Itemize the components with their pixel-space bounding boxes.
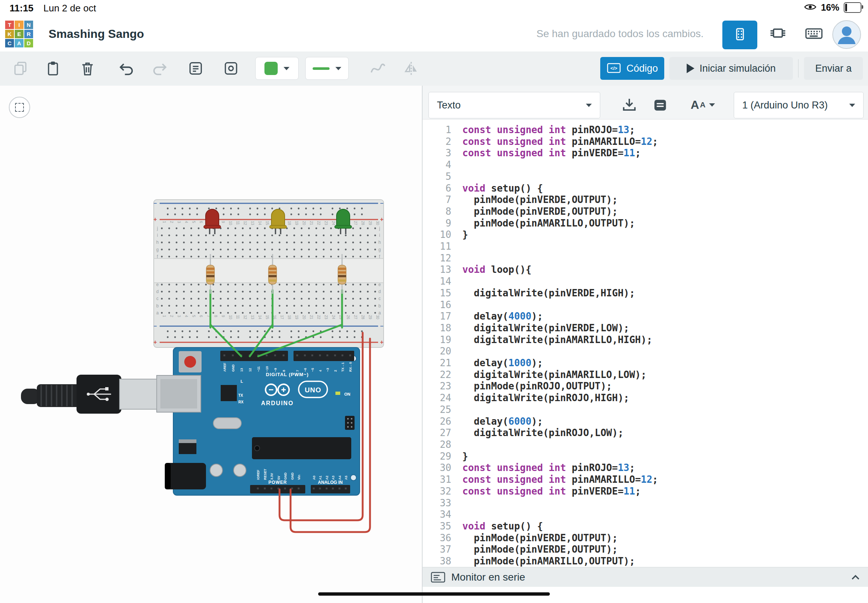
code-line[interactable]: 35void setup() {: [422, 521, 868, 532]
keyboard-button[interactable]: [801, 21, 827, 46]
avatar[interactable]: [832, 20, 861, 49]
component-color-dropdown[interactable]: [255, 57, 299, 80]
start-simulation-button[interactable]: Iniciar simulación: [669, 57, 793, 80]
code-line[interactable]: 14: [422, 276, 868, 288]
svg-text:17: 17: [280, 315, 284, 320]
code-line[interactable]: 4: [422, 159, 868, 171]
code-button[interactable]: </> Código: [600, 57, 664, 80]
notes-button[interactable]: [184, 57, 207, 80]
code-line[interactable]: 1const unsigned int pinROJO=13;: [422, 124, 868, 136]
svg-text:~5: ~5: [311, 368, 314, 372]
svg-text:IOREF: IOREF: [256, 470, 260, 480]
svg-text:13: 13: [251, 221, 255, 226]
circuit-workspace[interactable]: 1122334455667788991010111112121313141415…: [0, 86, 422, 603]
code-line[interactable]: 13void loop(){: [422, 264, 868, 276]
components-button[interactable]: [765, 21, 791, 46]
code-line[interactable]: 10}: [422, 229, 868, 241]
code-line[interactable]: 9 pinMode(pinAMARILLO,OUTPUT);: [422, 218, 868, 229]
svg-text:6: 6: [199, 221, 203, 223]
wire-style-dropdown[interactable]: [305, 57, 349, 80]
chevron-down-icon: [586, 104, 592, 107]
zoom-to-fit-button[interactable]: [9, 97, 30, 118]
code-line[interactable]: 37 pinMode(pinVERDE,OUTPUT);: [422, 544, 868, 555]
code-line[interactable]: 26 delay(6000);: [422, 416, 868, 428]
digital-header-right: [294, 351, 354, 361]
send-to-button[interactable]: Enviar a: [804, 57, 863, 80]
code-line[interactable]: 27 digitalWrite(pinROJO,LOW);: [422, 427, 868, 439]
home-indicator[interactable]: [318, 592, 550, 596]
usb-cable[interactable]: [21, 375, 157, 414]
svg-text:~9: ~9: [274, 368, 277, 372]
circuit-view-button[interactable]: [723, 20, 757, 49]
tinkercad-logo[interactable]: TINKERCAD: [5, 20, 33, 48]
code-line[interactable]: 17 delay(4000);: [422, 311, 868, 322]
svg-text:~11: ~11: [257, 366, 260, 372]
serial-monitor-bar[interactable]: Monitor en serie: [422, 567, 868, 587]
code-line[interactable]: 31const unsigned int pinAMARILLO=12;: [422, 474, 868, 486]
code-line[interactable]: 22 digitalWrite(pinAMARILLO,LOW);: [422, 369, 868, 381]
code-line[interactable]: 28: [422, 439, 868, 451]
code-line[interactable]: 16: [422, 299, 868, 311]
redo-button[interactable]: [148, 57, 172, 80]
svg-text:8: 8: [282, 370, 286, 372]
code-line[interactable]: 25: [422, 404, 868, 416]
code-line[interactable]: 38 pinMode(pinAMARILLO,OUTPUT);: [422, 555, 868, 567]
code-line[interactable]: 20: [422, 346, 868, 357]
flip-button[interactable]: [399, 57, 423, 80]
code-line[interactable]: 24 digitalWrite(pinROJO,HIGH);: [422, 392, 868, 404]
code-line[interactable]: 5: [422, 171, 868, 183]
atmega-chip: [252, 437, 351, 459]
svg-text:19: 19: [295, 221, 299, 226]
code-line[interactable]: 7 pinMode(pinVERDE,OUTPUT);: [422, 194, 868, 206]
code-line[interactable]: 36 pinMode(pinVERDE,OUTPUT);: [422, 532, 868, 544]
undo-button[interactable]: [115, 57, 138, 80]
board-select[interactable]: 1 (Arduino Uno R3): [734, 92, 863, 118]
breadboard-icon: [732, 26, 748, 44]
wire-shape-button[interactable]: [366, 57, 390, 80]
svg-text:4: 4: [184, 221, 188, 223]
download-icon: [620, 96, 638, 114]
paste-button[interactable]: [41, 57, 65, 80]
reset-button[interactable]: [184, 356, 196, 368]
download-code-button[interactable]: [618, 94, 641, 116]
svg-text:g: g: [379, 247, 381, 252]
code-line[interactable]: 32const unsigned int pinVERDE=11;: [422, 486, 868, 498]
document-title[interactable]: Smashing Sango: [48, 27, 144, 41]
svg-text:AREF: AREF: [223, 363, 227, 372]
svg-text:24: 24: [331, 221, 336, 226]
labels-toggle-button[interactable]: [219, 57, 243, 80]
code-line[interactable]: 6void setup() {: [422, 183, 868, 195]
svg-text:23: 23: [324, 221, 328, 226]
code-line[interactable]: 8 pinMode(pinVERDE,OUTPUT);: [422, 206, 868, 218]
code-editor[interactable]: 1const unsigned int pinROJO=13;2const un…: [422, 119, 868, 567]
libraries-button[interactable]: [649, 94, 671, 116]
code-line[interactable]: 19 digitalWrite(pinAMARILLO,HIGH);: [422, 334, 868, 346]
code-line[interactable]: 29}: [422, 451, 868, 462]
code-line[interactable]: 2const unsigned int pinAMARILLO=12;: [422, 136, 868, 148]
delete-button[interactable]: [76, 57, 99, 80]
copy-button[interactable]: [9, 57, 32, 80]
svg-text:11: 11: [236, 315, 240, 319]
code-line[interactable]: 15 digitalWrite(pinVERDE,HIGH);: [422, 288, 868, 299]
arduino-uno[interactable]: DIGITAL (PWM~): [157, 348, 360, 495]
code-line[interactable]: 12: [422, 253, 868, 264]
circuit-drawing[interactable]: 1122334455667788991010111112121313141415…: [0, 86, 422, 603]
toolbar: </> Código Iniciar simulación Enviar a: [0, 51, 868, 86]
redo-icon: [151, 60, 169, 77]
code-line[interactable]: 30const unsigned int pinROJO=13;: [422, 462, 868, 474]
code-line[interactable]: 23 pinMode(pinROJO,OUTPUT);: [422, 380, 868, 392]
chevron-up-icon[interactable]: [851, 575, 860, 580]
brand-label: ARDUINO: [261, 400, 294, 406]
code-line[interactable]: 21 delay(1000);: [422, 357, 868, 369]
code-line[interactable]: 3const unsigned int pinVERDE=11;: [422, 147, 868, 159]
code-mode-select[interactable]: Texto: [429, 92, 600, 118]
code-line[interactable]: 18 digitalWrite(pinVERDE,LOW);: [422, 322, 868, 334]
svg-text:TX→1: TX→1: [341, 362, 345, 372]
svg-text:3: 3: [177, 221, 181, 223]
code-line[interactable]: 33: [422, 498, 868, 509]
text-size-button[interactable]: AA: [684, 94, 721, 116]
power-jack-rim: [165, 463, 171, 489]
code-line[interactable]: 11: [422, 241, 868, 253]
svg-text:j: j: [379, 226, 380, 231]
code-line[interactable]: 34: [422, 509, 868, 521]
